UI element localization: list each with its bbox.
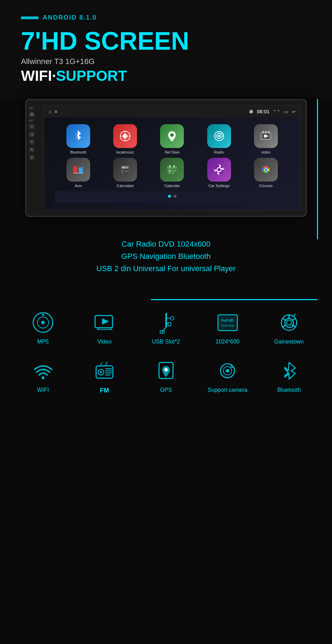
nav-icon: ≡ [54, 109, 57, 114]
svg-rect-59 [168, 323, 171, 326]
chrome-icon [254, 158, 278, 182]
wifi-icon [31, 359, 55, 383]
app-video[interactable]: video [250, 124, 282, 154]
app-row-1: Bluetooth [55, 124, 289, 154]
status-bar: ⌂ ≡ ✱ 08:01 ⌃⌃ ▭ ↩ [44, 106, 300, 117]
return-icon: ↩ [292, 109, 296, 114]
localmusic-icon [113, 124, 137, 148]
fullhd-label: 1024*600 [216, 339, 240, 345]
app-settings[interactable]: Car Settings [203, 158, 235, 188]
svg-rect-20 [268, 131, 269, 133]
svg-rect-24 [75, 166, 78, 173]
feature-wifi: WIFI [14, 359, 72, 394]
app-bluetooth-label: Bluetooth [70, 150, 86, 154]
svg-point-2 [31, 126, 33, 128]
screen-icon: ▭ [284, 109, 288, 114]
android-badge: ANDROID 8.1.0 [21, 14, 311, 21]
app-video-label: video [261, 150, 270, 154]
gps-label: GPS [160, 387, 172, 393]
mic-label: MIC [29, 107, 35, 109]
power-button[interactable] [29, 112, 35, 117]
back-button[interactable] [29, 139, 35, 145]
device-screen: ⌂ ≡ ✱ 08:01 ⌃⌃ ▭ ↩ [44, 105, 301, 211]
app-chrome[interactable]: Chrome [250, 158, 282, 188]
svg-text:1024*600: 1024*600 [221, 324, 234, 327]
calculator-icon: 289 + - × ÷ = [113, 158, 137, 182]
app-bluetooth[interactable]: Bluetooth [63, 124, 94, 154]
bluetooth-status-icon: ✱ [249, 108, 253, 115]
features-row-2: WIFI FM FM [14, 359, 318, 394]
app-chrome-label: Chrome [259, 184, 273, 188]
feature-camera: Support camera [199, 359, 257, 394]
svg-rect-26 [81, 167, 83, 173]
svg-text:W T F: W T F [168, 172, 174, 174]
wifi-title: WIFI·SUPPORT [21, 68, 311, 84]
app-localmusic[interactable]: localmusic [109, 124, 141, 154]
feature-fullhd: Full HD 1024*600 1024*600 [199, 311, 257, 345]
camera-label: Support camera [208, 387, 247, 393]
svg-rect-18 [262, 131, 264, 133]
app-calculator-label: Calculator [117, 184, 134, 188]
usb-icon [154, 311, 178, 335]
wifi-label: WIFI [37, 387, 49, 393]
features-row-1: MP5 Video [14, 311, 318, 345]
app-radio[interactable]: Radio [203, 124, 235, 154]
netnavi-icon [160, 124, 184, 148]
svg-point-12 [218, 135, 220, 137]
side-buttons: MIC RST [29, 107, 35, 160]
app-radio-label: Radio [214, 150, 224, 154]
android-version: ANDROID 8.1.0 [43, 14, 97, 21]
bluetooth-feature-label: Bluetooth [277, 387, 301, 393]
home-button[interactable] [29, 132, 35, 137]
svg-marker-3 [30, 133, 33, 136]
svg-point-51 [42, 314, 44, 316]
dot-1 [168, 195, 171, 198]
vol-up-button[interactable] [29, 147, 35, 153]
screen-title: 7'HD SCREEN [21, 28, 311, 54]
svg-rect-37 [167, 168, 177, 169]
app-calendar-label: Calendar [164, 184, 180, 188]
fm-label: FM [100, 387, 109, 394]
rst-button[interactable] [29, 124, 35, 129]
svg-line-14 [221, 133, 222, 134]
app-avin-label: Avin [74, 184, 82, 188]
radio-icon [207, 124, 231, 148]
svg-rect-25 [79, 168, 81, 173]
app-grid: Bluetooth [44, 117, 300, 210]
app-netnavi-label: Net Navi [165, 150, 179, 154]
settings-icon [207, 158, 231, 182]
video-label: Video [98, 339, 112, 345]
calendar-icon: 26 M T W T F [160, 158, 184, 182]
app-netnavi[interactable]: Net Navi [156, 124, 188, 154]
svg-text:289: 289 [122, 167, 125, 169]
svg-rect-19 [265, 131, 267, 133]
desc-line-3: USB 2 din Universal For universal Player [36, 262, 296, 275]
page-dots [55, 191, 289, 203]
mp5-icon [31, 311, 55, 335]
svg-text:× ÷: × ÷ [125, 170, 129, 172]
app-avin[interactable]: Avin [63, 158, 94, 188]
svg-point-78 [164, 368, 168, 371]
video-icon [254, 124, 278, 148]
app-calculator[interactable]: 289 + - × ÷ = Calculator [109, 158, 141, 188]
avin-icon [66, 158, 90, 182]
svg-point-69 [100, 371, 102, 373]
gainestown-icon [277, 311, 301, 335]
gps-icon [154, 359, 178, 383]
processor-info: Allwinner T3 1G+16G [21, 57, 311, 66]
device-section: MIC RST [14, 98, 318, 300]
rst-label: RST [29, 119, 35, 122]
svg-point-65 [287, 320, 291, 325]
vol-down-button[interactable] [29, 155, 35, 160]
gainestown-label: Gainestown [274, 339, 304, 345]
desc-line-1: Car Radio DVD 1024x600 [36, 238, 296, 250]
status-time: 08:01 [257, 109, 269, 114]
device-outer: MIC RST [25, 99, 307, 217]
description-box: Car Radio DVD 1024x600 GPS Navigation Bl… [25, 227, 307, 285]
app-calendar[interactable]: 26 M T W T F Calendar [156, 158, 188, 188]
svg-line-75 [106, 362, 107, 366]
feature-fm: FM FM [75, 359, 133, 394]
desc-line-2: GPS Navigation Bluetooth [36, 250, 296, 262]
mp5-label: MP5 [37, 339, 49, 345]
fullhd-icon: Full HD 1024*600 [215, 311, 240, 335]
